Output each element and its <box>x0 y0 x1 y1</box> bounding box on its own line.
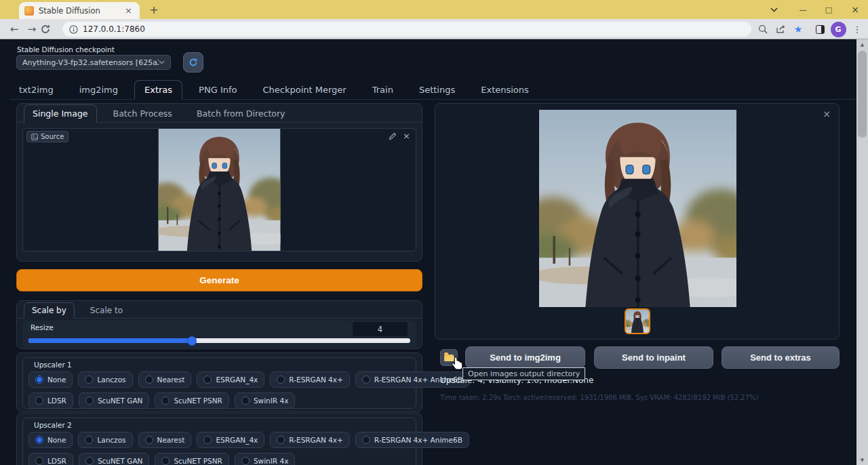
tab-extensions[interactable]: Extensions <box>471 81 538 99</box>
tab-extras[interactable]: Extras <box>134 80 182 100</box>
back-button[interactable]: ← <box>5 23 23 35</box>
reload-button[interactable] <box>41 24 58 34</box>
resize-label: Resize <box>31 323 54 331</box>
upscaler2-option-ldsr[interactable]: LDSR <box>28 453 73 465</box>
mouse-cursor <box>451 357 465 371</box>
upscaler1-fieldset: Upscaler 1 None Lanczos Nearest ESRGAN_4… <box>22 357 416 409</box>
upscaler1-block: Upscaler 1 None Lanczos Nearest ESRGAN_4… <box>16 352 422 412</box>
window-minimize-button[interactable]: — <box>792 0 814 19</box>
radio-icon <box>362 376 370 384</box>
forward-button[interactable]: → <box>23 23 41 35</box>
radio-icon <box>35 376 43 384</box>
source-image <box>158 129 281 251</box>
upscaler2-option-resrgan4x[interactable]: R-ESRGAN 4x+ <box>270 432 349 448</box>
share-icon[interactable] <box>772 19 789 39</box>
chevron-down-icon <box>159 60 165 64</box>
browser-tab[interactable]: Stable Diffusion × <box>19 2 140 19</box>
window-close-button[interactable]: × <box>844 0 867 19</box>
send-to-img2img-button[interactable]: Send to img2img <box>465 346 585 369</box>
radio-icon <box>241 397 250 405</box>
tab-close-icon[interactable]: × <box>123 5 134 16</box>
slider-thumb[interactable] <box>187 336 197 346</box>
upscaler2-option-none[interactable]: None <box>28 432 73 448</box>
radio-icon <box>203 376 212 384</box>
clear-image-icon[interactable]: × <box>403 132 410 140</box>
upscaler1-option-swinir4x[interactable]: SwinIR 4x <box>235 392 295 409</box>
upscaler1-option-lanczos[interactable]: Lanczos <box>78 371 132 388</box>
new-tab-button[interactable]: + <box>146 3 161 18</box>
upscaler1-option-scunet-psnr[interactable]: ScuNET PSNR <box>155 392 229 409</box>
send-to-extras-button[interactable]: Send to extras <box>722 346 840 369</box>
tab-txt2img[interactable]: txt2img <box>9 81 63 99</box>
upscaler1-option-resrgan4x[interactable]: R-ESRGAN 4x+ <box>270 371 349 388</box>
tab-img2img[interactable]: img2img <box>70 81 127 99</box>
resize-value-input[interactable]: 4 <box>353 322 408 336</box>
tab-batch-process[interactable]: Batch Process <box>105 105 180 122</box>
tab-train[interactable]: Train <box>363 81 403 99</box>
tab-settings[interactable]: Settings <box>410 81 465 99</box>
tab-checkpoint-merger[interactable]: Checkpoint Merger <box>253 81 355 99</box>
upscaler2-option-esrgan4x[interactable]: ESRGAN_4x <box>197 432 264 448</box>
upscaler1-option-scunet-gan[interactable]: ScuNET GAN <box>79 392 150 409</box>
url-text: 127.0.0.1:7860 <box>83 24 145 34</box>
send-to-inpaint-button[interactable]: Send to inpaint <box>594 346 713 369</box>
upscaler2-option-swinir4x[interactable]: SwinIR 4x <box>235 453 295 465</box>
radio-icon <box>161 457 170 465</box>
resize-slider[interactable] <box>28 338 410 343</box>
refresh-icon <box>189 58 198 67</box>
radio-icon <box>362 436 370 444</box>
radio-icon <box>85 457 94 465</box>
address-bar[interactable]: 127.0.0.1:7860 <box>62 22 751 37</box>
upscaler2-option-scunet-psnr[interactable]: ScuNET PSNR <box>155 453 229 465</box>
upscaler2-option-scunet-gan[interactable]: ScuNET GAN <box>79 453 150 465</box>
edit-pencil-icon[interactable] <box>389 132 397 140</box>
upscaler1-label: Upscaler 1 <box>34 361 72 369</box>
upscaler2-option-nearest[interactable]: Nearest <box>138 432 192 448</box>
tab-single-image[interactable]: Single Image <box>24 104 97 123</box>
gallery-close-icon[interactable]: × <box>823 108 831 119</box>
extras-mode-tabs: Single Image Batch Process Batch from Di… <box>17 104 422 123</box>
tab-png-info[interactable]: PNG Info <box>189 81 246 99</box>
zoom-icon[interactable] <box>754 19 772 39</box>
radio-icon <box>35 436 43 444</box>
upscaler1-option-esrgan4x[interactable]: ESRGAN_4x <box>197 371 264 388</box>
radio-icon <box>145 376 153 384</box>
bookmark-star-icon[interactable]: ★ <box>789 19 807 39</box>
source-label: Source <box>41 133 64 140</box>
source-chip: Source <box>26 131 68 142</box>
radio-icon <box>277 436 285 444</box>
upscaler1-option-nearest[interactable]: Nearest <box>138 371 192 388</box>
refresh-checkpoints-button[interactable] <box>183 52 203 73</box>
tab-title: Stable Diffusion <box>39 6 123 16</box>
radio-icon <box>85 397 94 405</box>
radio-icon <box>35 457 43 465</box>
radio-icon <box>35 397 43 405</box>
tab-search-chevron-icon[interactable] <box>764 0 784 19</box>
result-thumbnail[interactable] <box>625 308 650 334</box>
source-image-dropzone[interactable]: Source × <box>22 128 416 251</box>
avatar[interactable]: G <box>829 19 848 39</box>
tab-scale-by[interactable]: Scale by <box>24 302 75 319</box>
image-icon <box>31 134 38 140</box>
scrollbar-thumb[interactable] <box>858 51 867 138</box>
side-panel-icon[interactable] <box>811 19 829 39</box>
window-maximize-button[interactable]: □ <box>818 0 840 19</box>
tab-scale-to[interactable]: Scale to <box>83 303 130 318</box>
upscaler1-option-none[interactable]: None <box>28 371 73 388</box>
checkpoint-value: Anything-V3-fp32.safetensors [625a2ba2] <box>22 58 159 67</box>
upscaler1-option-ldsr[interactable]: LDSR <box>28 392 73 409</box>
checkpoint-dropdown[interactable]: Anything-V3-fp32.safetensors [625a2ba2] <box>16 55 171 70</box>
upscaler2-option-lanczos[interactable]: Lanczos <box>78 432 132 448</box>
page-scrollbar[interactable]: ▲ ▼ <box>856 39 868 465</box>
tab-batch-from-directory[interactable]: Batch from Directory <box>189 105 294 122</box>
browser-tabstrip: Stable Diffusion × + — □ × <box>0 0 868 19</box>
checkpoint-label: Stable Diffusion checkpoint <box>17 45 115 54</box>
scrollbar-down-icon[interactable]: ▼ <box>856 455 868 465</box>
scrollbar-up-icon[interactable]: ▲ <box>856 39 868 49</box>
browser-menu-icon[interactable]: ⋮ <box>849 19 865 39</box>
result-image[interactable] <box>539 109 736 308</box>
upscaler2-option-resrgan-anime6b[interactable]: R-ESRGAN 4x+ Anime6B <box>355 432 469 448</box>
radio-icon <box>85 376 93 384</box>
generate-button[interactable]: Generate <box>16 269 422 291</box>
site-info-icon[interactable] <box>69 25 78 34</box>
